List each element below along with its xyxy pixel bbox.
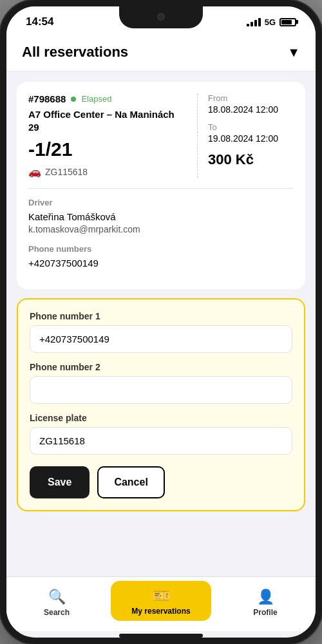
nav-my-reservations[interactable]: 🎫 My reservations [111,581,211,621]
battery-icon [279,18,296,26]
nav-profile[interactable]: 👤 Profile [215,577,316,625]
phone2-label: Phone number 2 [30,362,292,372]
edit-form-card: Phone number 1 Phone number 2 License pl… [17,298,305,511]
to-date: 19.08.2024 12:00 [208,133,294,144]
scroll-content[interactable]: #798688 Elapsed A7 Office Center – Na Ma… [6,71,316,576]
status-icons: 5G [247,17,296,27]
from-label: From [208,93,294,103]
reservation-card: #798688 Elapsed A7 Office Center – Na Ma… [17,82,305,289]
signal-bar-4 [258,18,261,26]
card-right: From 18.08.2024 12:00 To 19.08.2024 12:0… [197,93,294,178]
car-icon: 🚗 [28,166,41,178]
card-top: #798688 Elapsed A7 Office Center – Na Ma… [28,93,294,178]
driver-label: Driver [28,198,294,207]
price: 300 Kč [208,151,294,168]
phone2-input[interactable] [30,376,292,404]
my-reservations-label: My reservations [131,607,190,616]
cancel-button[interactable]: Cancel [97,466,164,498]
signal-bar-1 [247,24,249,26]
form-buttons: Save Cancel [30,466,292,498]
notch [119,6,203,28]
location-name: A7 Office Center – Na Maninách 29 [28,108,187,133]
battery-fill [281,20,292,24]
phone-section: Phone numbers +420737500149 [28,244,294,270]
plate-row: 🚗 ZG115618 [28,166,187,178]
network-label: 5G [265,17,276,27]
to-label: To [208,122,294,132]
camera [157,13,165,21]
from-date: 18.08.2024 12:00 [208,104,294,115]
driver-email: k.tomaskova@mrparkit.com [28,223,294,236]
phone-frame: 14:54 5G All reservations ▼ [0,0,322,644]
divider [28,188,294,189]
page-title: All reservations [22,44,128,61]
filter-icon[interactable]: ▼ [287,45,300,60]
plate-text: ZG115618 [45,167,88,177]
reservation-id-row: #798688 Elapsed [28,93,187,104]
phone1-label: Phone number 1 [30,311,292,321]
card-left: #798688 Elapsed A7 Office Center – Na Ma… [28,93,187,178]
phone1-input[interactable] [30,325,292,353]
bottom-nav: 🔍 Search 🎫 My reservations 👤 Profile [6,576,316,631]
search-label: Search [44,608,70,617]
app-content: All reservations ▼ #798688 Elapsed A7 Of… [6,33,316,631]
status-dot [71,97,76,102]
profile-icon: 👤 [257,589,274,605]
phone-label: Phone numbers [28,244,294,254]
reservation-id: #798688 [28,93,66,104]
phone-value: +420737500149 [28,256,294,270]
save-button[interactable]: Save [30,466,90,498]
signal-bars [247,18,261,26]
home-indicator [119,634,203,638]
reservations-icon: 🎫 [153,587,170,604]
header: All reservations ▼ [6,33,316,71]
driver-name: Kateřina Tomášková [28,210,294,223]
license-input[interactable] [30,427,292,455]
signal-bar-2 [251,22,253,26]
spot-number: -1/21 [28,138,187,160]
driver-section: Driver Kateřina Tomášková k.tomaskova@mr… [28,198,294,236]
search-icon: 🔍 [48,589,66,605]
license-label: License plate [30,413,292,423]
signal-bar-3 [254,20,257,26]
profile-label: Profile [253,608,277,617]
status-label: Elapsed [81,94,111,104]
nav-search[interactable]: 🔍 Search [6,577,107,625]
status-time: 14:54 [26,15,53,28]
